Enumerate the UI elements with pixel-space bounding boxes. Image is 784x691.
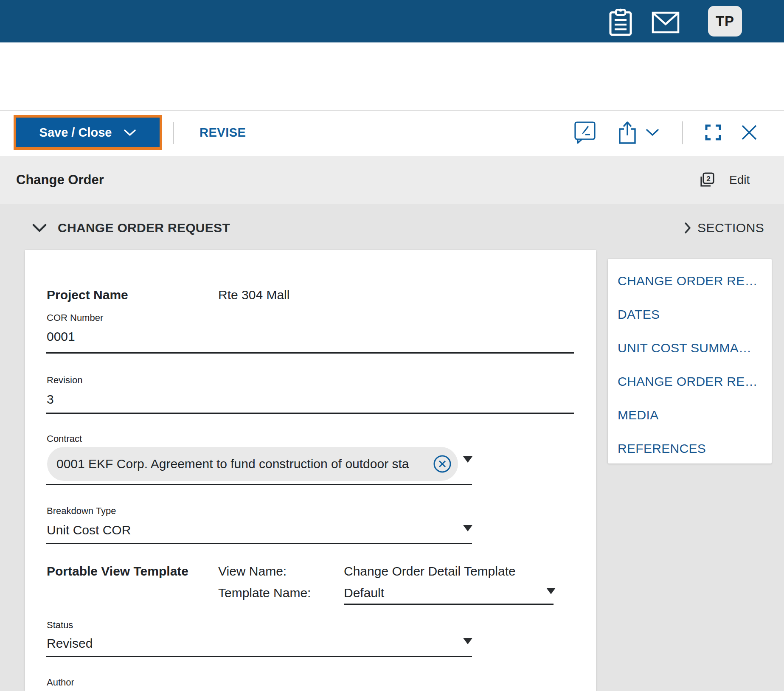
toolbar-divider	[682, 121, 683, 144]
toolbar-divider	[173, 122, 174, 144]
sections-panel-item-dates[interactable]: DATES	[618, 298, 772, 331]
change-order-request-toggle[interactable]: CHANGE ORDER REQUEST	[32, 221, 230, 235]
mail-icon[interactable]	[652, 11, 680, 35]
top-navigation-bar: TP	[0, 0, 784, 42]
contract-dropdown-arrow[interactable]	[463, 456, 472, 463]
sections-panel: CHANGE ORDER RE… DATES UNIT COST SUMMA… …	[608, 259, 772, 463]
view-name-value: Change Order Detail Template	[344, 564, 516, 579]
author-label: Author	[47, 677, 74, 688]
template-name-underline	[344, 604, 554, 605]
save-close-label: Save / Close	[39, 126, 112, 140]
save-close-button[interactable]: Save / Close	[16, 118, 160, 147]
project-name-label: Project Name	[47, 287, 128, 303]
revision-field[interactable]: 3	[47, 392, 54, 407]
cor-number-field[interactable]: 0001	[47, 329, 75, 344]
sections-button[interactable]: SECTIONS	[684, 221, 764, 235]
status-underline	[46, 656, 472, 657]
edit-label: Edit	[729, 173, 750, 187]
contract-value: 0001 EKF Corp. Agreement to fund constru…	[56, 457, 431, 471]
toolbar: Save / Close REVISE	[0, 111, 784, 156]
close-icon[interactable]	[741, 111, 758, 154]
pages-copy-icon: 2	[699, 172, 715, 188]
contract-underline	[46, 484, 472, 485]
fullscreen-icon[interactable]	[705, 111, 722, 154]
sections-panel-item-change-order-reason[interactable]: CHANGE ORDER RE…	[618, 365, 772, 398]
sections-panel-item-change-order-request[interactable]: CHANGE ORDER RE…	[618, 264, 772, 298]
chevron-down-icon[interactable]	[646, 111, 659, 154]
breakdown-type-dropdown-arrow[interactable]	[463, 525, 472, 531]
avatar-initials: TP	[716, 13, 734, 29]
revision-label: Revision	[47, 375, 82, 386]
template-name-dropdown-arrow[interactable]	[546, 588, 556, 594]
edit-icon-glyph: 2	[706, 175, 710, 183]
edit-button[interactable]: 2 Edit	[699, 156, 750, 204]
remove-contract-icon[interactable]	[433, 454, 452, 474]
content-area: CHANGE ORDER REQUEST SECTIONS Project Na…	[0, 204, 784, 691]
status-dropdown-arrow[interactable]	[463, 638, 472, 644]
revise-button[interactable]: REVISE	[200, 111, 246, 154]
project-name-value: Rte 304 Mall	[218, 287, 289, 303]
sections-panel-item-media[interactable]: MEDIA	[618, 398, 772, 432]
avatar[interactable]: TP	[708, 6, 742, 37]
chevron-down-icon	[32, 224, 47, 233]
chevron-right-icon	[684, 222, 691, 234]
cor-number-underline	[46, 352, 574, 354]
breakdown-type-field[interactable]: Unit Cost COR	[47, 522, 131, 538]
cor-number-label: COR Number	[47, 312, 103, 323]
page-header-band: Change Order 2 Edit	[0, 156, 784, 204]
chevron-down-icon	[124, 129, 136, 136]
status-field[interactable]: Revised	[47, 636, 93, 651]
clipboard-icon[interactable]	[609, 8, 632, 38]
sections-panel-item-unit-cost-summary[interactable]: UNIT COST SUMMA…	[618, 331, 772, 365]
section-header-row: CHANGE ORDER REQUEST SECTIONS	[0, 216, 784, 242]
revision-underline	[46, 413, 574, 414]
contract-label: Contract	[47, 433, 82, 444]
view-name-label: View Name:	[218, 564, 287, 579]
comment-annotate-icon[interactable]	[574, 111, 596, 154]
sections-label: SECTIONS	[697, 221, 764, 235]
contract-chip[interactable]: 0001 EKF Corp. Agreement to fund constru…	[47, 447, 458, 481]
portable-view-template-label: Portable View Template	[47, 564, 188, 579]
template-name-field[interactable]: Default	[344, 585, 384, 601]
change-order-request-card: Project Name Rte 304 Mall COR Number 000…	[25, 250, 596, 691]
template-name-label: Template Name:	[218, 585, 311, 601]
save-close-highlight-box: Save / Close	[14, 115, 162, 150]
breakdown-type-underline	[46, 543, 472, 544]
status-label: Status	[47, 620, 73, 631]
page-title: Change Order	[16, 156, 104, 204]
share-export-icon[interactable]	[618, 111, 637, 154]
section-title: CHANGE ORDER REQUEST	[58, 221, 230, 235]
sections-panel-item-references[interactable]: REFERENCES	[618, 432, 772, 465]
breakdown-type-label: Breakdown Type	[47, 506, 116, 517]
